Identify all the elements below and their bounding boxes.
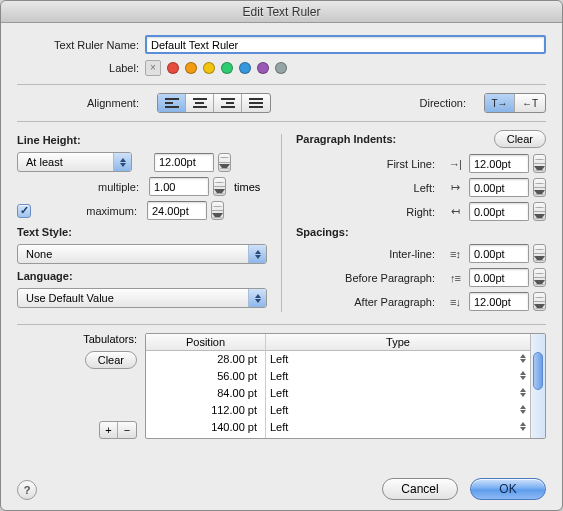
text-style-title: Text Style: xyxy=(17,226,267,238)
tabulators-table[interactable]: Position 28.00 pt56.00 pt84.00 pt112.00 … xyxy=(145,333,546,439)
remove-tab-button[interactable]: − xyxy=(118,422,136,438)
tabulators-label: Tabulators: xyxy=(83,333,137,345)
align-center-button[interactable] xyxy=(186,94,214,112)
line-height-mode-value: At least xyxy=(26,156,63,168)
tab-position-cell[interactable]: 112.00 pt xyxy=(146,402,265,419)
first-line-indent-icon: →| xyxy=(445,158,465,170)
before-para-input[interactable] xyxy=(469,268,529,287)
multiple-stepper[interactable] xyxy=(213,177,226,196)
add-tab-button[interactable]: + xyxy=(100,422,118,438)
after-para-input[interactable] xyxy=(469,292,529,311)
before-para-label: Before Paragraph: xyxy=(331,272,441,284)
multiple-input[interactable] xyxy=(149,177,209,196)
ok-button[interactable]: OK xyxy=(470,478,546,500)
tabulators-clear-button[interactable]: Clear xyxy=(85,351,137,369)
maximum-label: maximum: xyxy=(35,205,143,217)
spacings-title: Spacings: xyxy=(296,226,546,238)
label-label: Label: xyxy=(17,62,145,74)
line-height-title: Line Height: xyxy=(17,134,267,146)
language-select[interactable]: Use Default Value xyxy=(17,288,267,308)
right-indent-label: Right: xyxy=(331,206,441,218)
first-line-stepper[interactable] xyxy=(533,154,546,173)
tab-position-cell[interactable]: 84.00 pt xyxy=(146,385,265,402)
after-para-label: After Paragraph: xyxy=(331,296,441,308)
label-swatch-red[interactable] xyxy=(167,62,179,74)
align-left-button[interactable] xyxy=(158,94,186,112)
type-header: Type xyxy=(266,334,530,351)
after-para-icon: ≡↓ xyxy=(445,296,465,308)
name-label: Text Ruler Name: xyxy=(17,39,145,51)
line-height-value-input[interactable] xyxy=(154,153,214,172)
alignment-label: Alignment: xyxy=(17,97,145,109)
direction-label: Direction: xyxy=(420,97,472,109)
label-none-swatch[interactable]: × xyxy=(145,60,161,76)
maximum-input[interactable] xyxy=(147,201,207,220)
left-indent-icon: ↦ xyxy=(445,181,465,194)
language-value: Use Default Value xyxy=(26,292,114,304)
left-indent-stepper[interactable] xyxy=(533,178,546,197)
label-swatch-purple[interactable] xyxy=(257,62,269,74)
before-para-icon: ↑≡ xyxy=(445,272,465,284)
alignment-segmented[interactable] xyxy=(157,93,271,113)
inter-line-label: Inter-line: xyxy=(331,248,441,260)
chevron-updown-icon xyxy=(113,153,131,171)
table-scrollbar[interactable] xyxy=(530,334,545,438)
chevron-updown-icon xyxy=(520,405,526,414)
text-style-select[interactable]: None xyxy=(17,244,267,264)
text-style-value: None xyxy=(26,248,52,260)
label-swatch-blue[interactable] xyxy=(239,62,251,74)
left-indent-label: Left: xyxy=(331,182,441,194)
times-label: times xyxy=(234,181,260,193)
first-line-label: First Line: xyxy=(331,158,441,170)
chevron-updown-icon xyxy=(520,371,526,380)
text-ruler-name-input[interactable] xyxy=(145,35,546,54)
help-button[interactable]: ? xyxy=(17,480,37,500)
align-justify-button[interactable] xyxy=(242,94,270,112)
tab-position-cell[interactable]: 140.00 pt xyxy=(146,419,265,436)
chevron-updown-icon xyxy=(248,245,266,263)
edit-text-ruler-window: Edit Text Ruler Text Ruler Name: Label: … xyxy=(0,0,563,511)
window-title: Edit Text Ruler xyxy=(1,1,562,23)
label-swatch-orange[interactable] xyxy=(185,62,197,74)
maximum-stepper[interactable] xyxy=(211,201,224,220)
label-swatch-gray[interactable] xyxy=(275,62,287,74)
direction-ltr-button[interactable]: T→ xyxy=(485,94,515,112)
cancel-button[interactable]: Cancel xyxy=(382,478,458,500)
left-indent-input[interactable] xyxy=(469,178,529,197)
label-swatch-yellow[interactable] xyxy=(203,62,215,74)
maximum-checkbox[interactable]: ✓ xyxy=(17,204,31,218)
align-right-button[interactable] xyxy=(214,94,242,112)
tab-type-cell[interactable]: Left xyxy=(266,419,530,436)
inter-line-icon: ≡↕ xyxy=(445,248,465,260)
language-title: Language: xyxy=(17,270,267,282)
before-para-stepper[interactable] xyxy=(533,268,546,287)
tab-position-cell[interactable]: 28.00 pt xyxy=(146,351,265,368)
inter-line-input[interactable] xyxy=(469,244,529,263)
first-line-input[interactable] xyxy=(469,154,529,173)
line-height-mode-select[interactable]: At least xyxy=(17,152,132,172)
tab-type-cell[interactable]: Left xyxy=(266,402,530,419)
right-indent-icon: ↤ xyxy=(445,205,465,218)
indents-clear-button[interactable]: Clear xyxy=(494,130,546,148)
indents-title: Paragraph Indents: xyxy=(296,133,486,145)
after-para-stepper[interactable] xyxy=(533,292,546,311)
label-swatch-green[interactable] xyxy=(221,62,233,74)
right-indent-input[interactable] xyxy=(469,202,529,221)
scrollbar-thumb[interactable] xyxy=(533,352,543,390)
tab-type-cell[interactable]: Left xyxy=(266,385,530,402)
chevron-updown-icon xyxy=(520,422,526,431)
inter-line-stepper[interactable] xyxy=(533,244,546,263)
tab-position-cell[interactable]: 56.00 pt xyxy=(146,368,265,385)
chevron-updown-icon xyxy=(520,354,526,363)
line-height-stepper[interactable] xyxy=(218,153,231,172)
position-header: Position xyxy=(146,334,265,351)
chevron-updown-icon xyxy=(520,388,526,397)
right-indent-stepper[interactable] xyxy=(533,202,546,221)
multiple-label: multiple: xyxy=(45,181,145,193)
tabulators-add-remove[interactable]: + − xyxy=(99,421,137,439)
tab-type-cell[interactable]: Left xyxy=(266,351,530,368)
chevron-updown-icon xyxy=(248,289,266,307)
tab-type-cell[interactable]: Left xyxy=(266,368,530,385)
direction-segmented[interactable]: T→ ←T xyxy=(484,93,546,113)
direction-rtl-button[interactable]: ←T xyxy=(515,94,545,112)
